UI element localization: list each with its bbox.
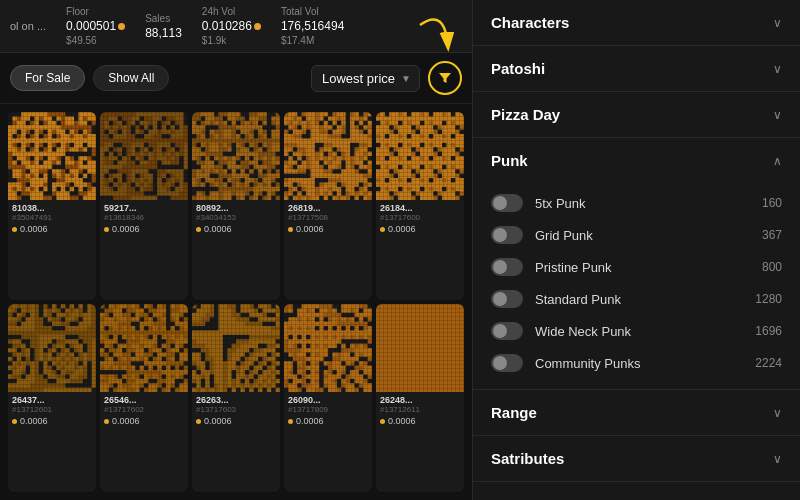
funnel-icon (438, 71, 452, 85)
price-value: 0.0006 (296, 224, 324, 234)
punk-count-community-punks: 2224 (755, 356, 782, 370)
price-dot-icon (380, 419, 385, 424)
punk-item-community-punks[interactable]: Community Punks2224 (473, 347, 800, 379)
section-header-patoshi[interactable]: Patoshi∨ (473, 46, 800, 91)
toggle-5tx-punk[interactable] (491, 194, 523, 212)
toggle-grid-punk[interactable] (491, 226, 523, 244)
price-value: 0.0006 (20, 416, 48, 426)
nft-id: 26819... (288, 203, 368, 213)
vol24-value: 0.010286 (202, 19, 261, 33)
toggle-standard-punk[interactable] (491, 290, 523, 308)
section-title-characters: Characters (491, 14, 569, 31)
right-panel: Characters∨Patoshi∨Pizza Day∨Punk∧5tx Pu… (472, 0, 800, 500)
nft-price: 0.0006 (196, 224, 276, 234)
punk-section-header[interactable]: Punk∧ (473, 138, 800, 183)
nft-info: 26090...#137178090.0006 (284, 392, 372, 430)
price-dot-icon (12, 419, 17, 424)
total-vol-label: Total Vol (281, 6, 344, 17)
total-vol-stat: Total Vol 176,516494 $17.4M (281, 6, 344, 46)
nft-card[interactable]: 26437...#137126010.0006 (8, 304, 96, 492)
nft-image (284, 112, 372, 200)
nft-id: 26248... (380, 395, 460, 405)
floor-price: $49.56 (66, 35, 125, 46)
sales-value: 88,113 (145, 26, 182, 40)
sales-stat: Sales 88,113 (145, 13, 182, 40)
vol24-stat: 24h Vol 0.010286 $1.9k (202, 6, 261, 46)
nft-image (8, 112, 96, 200)
punk-item-wide-neck-punk[interactable]: Wide Neck Punk1696 (473, 315, 800, 347)
nft-card[interactable]: 26819...#137175080.0006 (284, 112, 372, 300)
price-value: 0.0006 (112, 224, 140, 234)
show-all-button[interactable]: Show All (93, 65, 169, 91)
nft-hash: #13717600 (380, 213, 460, 222)
for-sale-button[interactable]: For Sale (10, 65, 85, 91)
punk-count-standard-punk: 1280 (755, 292, 782, 306)
nft-id: 26546... (104, 395, 184, 405)
punk-item-pristine-punk[interactable]: Pristine Punk800 (473, 251, 800, 283)
nft-id: 26263... (196, 395, 276, 405)
nft-image (192, 112, 280, 200)
nft-hash: #13717602 (104, 405, 184, 414)
nft-id: 59217... (104, 203, 184, 213)
price-dot-icon (104, 419, 109, 424)
sales-label: Sales (145, 13, 182, 24)
punk-name-pristine-punk: Pristine Punk (535, 260, 750, 275)
nft-card[interactable]: 80892...#340341530.0006 (192, 112, 280, 300)
punk-item-grid-punk[interactable]: Grid Punk367 (473, 219, 800, 251)
section-title-patoshi: Patoshi (491, 60, 545, 77)
punk-item-standard-punk[interactable]: Standard Punk1280 (473, 283, 800, 315)
filter-funnel-button[interactable] (428, 61, 462, 95)
punk-item-5tx-punk[interactable]: 5tx Punk160 (473, 187, 800, 219)
price-dot-icon (288, 227, 293, 232)
nft-info: 26248...#137126110.0006 (376, 392, 464, 430)
section-header-characters[interactable]: Characters∨ (473, 0, 800, 45)
nft-card[interactable]: 26263...#137176030.0006 (192, 304, 280, 492)
nft-image (8, 304, 96, 392)
section-header-range[interactable]: Range∨ (473, 390, 800, 435)
price-dot-icon (104, 227, 109, 232)
nft-card[interactable]: 26546...#137176020.0006 (100, 304, 188, 492)
filter-section-satributes[interactable]: Satributes∨ (473, 436, 800, 482)
punk-name-wide-neck-punk: Wide Neck Punk (535, 324, 743, 339)
nft-hash: #13712611 (380, 405, 460, 414)
nft-hash: #35047491 (12, 213, 92, 222)
filter-section-patoshi[interactable]: Patoshi∨ (473, 46, 800, 92)
section-title-pizza-day: Pizza Day (491, 106, 560, 123)
collection-label: ol on ... (10, 20, 46, 32)
nft-image (100, 304, 188, 392)
price-value: 0.0006 (204, 224, 232, 234)
sort-chevron-icon: ▼ (401, 73, 411, 84)
floor-label: Floor (66, 6, 125, 17)
nft-card[interactable]: 81038...#350474910.0006 (8, 112, 96, 300)
filter-section-range[interactable]: Range∨ (473, 390, 800, 436)
nft-info: 81038...#350474910.0006 (8, 200, 96, 238)
nft-id: 26090... (288, 395, 368, 405)
nft-price: 0.0006 (288, 224, 368, 234)
nft-price: 0.0006 (196, 416, 276, 426)
section-header-satributes[interactable]: Satributes∨ (473, 436, 800, 481)
nft-image (376, 304, 464, 392)
stats-bar: ol on ... Floor 0.000501 $49.56 Sales 88… (0, 0, 472, 53)
toggle-pristine-punk[interactable] (491, 258, 523, 276)
left-panel: ol on ... Floor 0.000501 $49.56 Sales 88… (0, 0, 472, 500)
section-title-range: Range (491, 404, 537, 421)
filter-section-pizza-day[interactable]: Pizza Day∨ (473, 92, 800, 138)
sort-dropdown[interactable]: Lowest price ▼ (311, 65, 420, 92)
nft-hash: #34034153 (196, 213, 276, 222)
nft-grid: 81038...#350474910.000659217...#13618346… (0, 104, 472, 500)
punk-count-5tx-punk: 160 (762, 196, 782, 210)
price-dot-icon (12, 227, 17, 232)
chevron-down-icon: ∨ (773, 452, 782, 466)
nft-card[interactable]: 59217...#136183460.0006 (100, 112, 188, 300)
toggle-community-punks[interactable] (491, 354, 523, 372)
price-dot-icon (196, 419, 201, 424)
filter-section-characters[interactable]: Characters∨ (473, 0, 800, 46)
nft-card[interactable]: 26090...#137178090.0006 (284, 304, 372, 492)
nft-hash: #13717508 (288, 213, 368, 222)
nft-hash: #13717603 (196, 405, 276, 414)
nft-card[interactable]: 26248...#137126110.0006 (376, 304, 464, 492)
toggle-wide-neck-punk[interactable] (491, 322, 523, 340)
nft-info: 26819...#137175080.0006 (284, 200, 372, 238)
nft-card[interactable]: 26184...#137176000.0006 (376, 112, 464, 300)
section-header-pizza-day[interactable]: Pizza Day∨ (473, 92, 800, 137)
